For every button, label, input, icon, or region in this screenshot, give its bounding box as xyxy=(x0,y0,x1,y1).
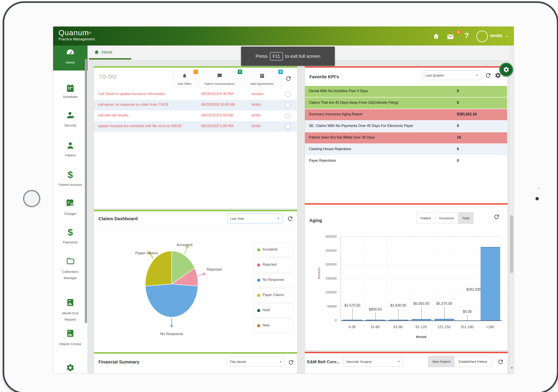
toast-suffix: to exit full screen xyxy=(285,53,321,59)
gear-icon[interactable] xyxy=(53,363,87,373)
aging-tab-total[interactable]: Total xyxy=(458,213,473,223)
em-title: E&M Bell Curv... xyxy=(307,359,343,364)
home-tab-label: Home xyxy=(102,50,112,55)
sidebar: Home Scheduler Security Patient $ Patien… xyxy=(53,45,88,374)
kpi-row[interactable]: Claims That Are 45 Days Away From Uti(Un… xyxy=(305,97,507,109)
sidebar-item-patient[interactable]: Patient xyxy=(53,152,87,158)
legend-dot xyxy=(257,264,260,267)
aging-tab-insurance[interactable]: Insurance xyxy=(435,213,458,223)
legend-item[interactable]: Paper Claims xyxy=(254,288,293,303)
aging-bar-91-120[interactable] xyxy=(412,319,431,320)
legend-dot xyxy=(257,324,260,327)
refresh-icon[interactable] xyxy=(485,72,492,79)
tablet-home-button[interactable] xyxy=(23,190,40,207)
help-icon[interactable]: ? xyxy=(464,31,469,40)
aging-tab-patient[interactable]: Patient xyxy=(417,213,435,223)
dollar-icon[interactable]: $ xyxy=(53,170,87,179)
sidebar-item-report-central[interactable]: Report Central xyxy=(53,341,87,347)
folder-icon[interactable] xyxy=(53,256,87,266)
todo-row[interactable]: call with lab results; 08/23/2019 5:00 A… xyxy=(94,111,297,121)
todo-tab-patient-communications[interactable]: Patient Communications 0 xyxy=(198,71,241,87)
em-specialty-select[interactable]: Vascular Surgery▼ xyxy=(343,356,403,366)
aging-panel: Aging Patient Insurance Total 0500001000… xyxy=(305,203,508,350)
refresh-icon[interactable] xyxy=(288,359,295,366)
kpi-row[interactable]: SE. Claims With No Payments Over 45 Days… xyxy=(305,121,507,132)
brand-name: Quanum xyxy=(59,28,89,37)
legend-dot xyxy=(257,279,260,282)
user-menu-label[interactable]: dmills xyxy=(490,33,502,38)
report-icon[interactable] xyxy=(53,329,87,339)
pie-label-no-response: No Response xyxy=(149,332,194,336)
todo-tab-web-appointments[interactable]: Web Appointments 0 xyxy=(243,71,281,87)
mail-icon[interactable] xyxy=(447,33,454,40)
todo-item-user: dmills xyxy=(252,103,261,107)
legend-item[interactable]: Hold xyxy=(254,303,293,318)
refresh-icon[interactable] xyxy=(493,213,500,221)
scrollbar-thumb[interactable] xyxy=(510,215,513,273)
todo-item-datetime: 08/23/2019 5:00 AM xyxy=(201,113,233,117)
aging-bar-0-30[interactable] xyxy=(343,320,362,320)
aging-bar->180[interactable] xyxy=(480,247,500,320)
calendar-icon[interactable] xyxy=(53,84,87,94)
todo-checkbox[interactable] xyxy=(286,92,290,97)
todo-tab-label: Patient Communications xyxy=(199,82,241,85)
content-scrollbar[interactable]: ▼ xyxy=(509,45,514,374)
sidebar-item-payments[interactable]: Payments xyxy=(53,239,87,245)
kpi-row[interactable]: Denial With No Activities Past 4 Days 0 xyxy=(305,86,507,97)
sidebar-item-home[interactable]: Home xyxy=(53,45,87,70)
legend-item[interactable]: No Response xyxy=(254,273,293,287)
todo-tab-inter-office[interactable]: Inter Office 1 xyxy=(173,71,197,87)
sidebar-item-charges[interactable]: Charges xyxy=(53,211,87,217)
claims-period-select[interactable]: Last Year▼ xyxy=(227,213,283,223)
legend-item[interactable]: New xyxy=(254,319,293,333)
sidebar-item-security[interactable]: Security xyxy=(53,122,87,128)
report-icon[interactable] xyxy=(53,298,87,308)
kpi-row[interactable]: Payer Rejections 0 xyxy=(305,155,507,167)
chevron-down-icon[interactable] xyxy=(505,34,509,39)
aging-bar-61-90[interactable] xyxy=(389,320,408,320)
dollar-icon[interactable]: $ xyxy=(53,228,87,237)
refresh-icon[interactable] xyxy=(497,358,505,366)
caret-down-icon: ▼ xyxy=(476,74,478,77)
legend-item[interactable]: Rejected xyxy=(254,258,293,272)
aging-bar-31-60[interactable] xyxy=(366,320,385,320)
refresh-icon[interactable] xyxy=(285,75,292,82)
kpi-row-label: SE. Claims With No Payments Over 45 Days… xyxy=(309,124,413,128)
em-tab-established-patient[interactable]: Established Patient xyxy=(454,356,491,367)
todo-checkbox[interactable] xyxy=(286,113,290,118)
refresh-icon[interactable] xyxy=(287,215,294,222)
kpi-period-select[interactable]: Last Quarter▼ xyxy=(423,70,481,80)
todo-checkbox[interactable] xyxy=(286,102,290,107)
kpi-row[interactable]: Patient Seen But Not Billed Over 30 Days… xyxy=(305,132,507,144)
kpi-row-label: Patient Seen But Not Billed Over 30 Days xyxy=(309,136,375,139)
kpi-row[interactable]: Summary Insurance Aging Report $181,621.… xyxy=(305,109,507,120)
aging-bar-121-150[interactable] xyxy=(435,319,454,320)
sidebar-item-patient-account[interactable]: Patient Account xyxy=(53,182,87,188)
sidebar-item-collections-manager[interactable]: Collections Manager xyxy=(58,269,83,281)
charges-icon[interactable]: $ xyxy=(53,199,87,208)
user-icon[interactable] xyxy=(53,141,87,151)
todo-row[interactable]: call aetna; no response on claim from 7/… xyxy=(94,100,297,111)
sidebar-scrollbar[interactable] xyxy=(85,59,87,323)
sidebar-item-scheduler[interactable]: Scheduler xyxy=(53,94,87,100)
todo-checkbox[interactable] xyxy=(286,124,290,129)
em-tab-new-patient[interactable]: New Patient xyxy=(428,356,454,367)
pie-label-rejected: Rejected xyxy=(207,267,222,272)
todo-tab-badge: 0 xyxy=(238,70,242,74)
brand-logo: Quanum® Practice Management xyxy=(59,28,95,41)
home-icon[interactable] xyxy=(433,33,440,40)
financial-period-select[interactable]: This Month▼ xyxy=(227,357,285,366)
aging-x-tick: 61-90 xyxy=(387,325,410,329)
avatar[interactable] xyxy=(476,31,488,42)
user-shield-icon[interactable] xyxy=(53,111,87,120)
todo-row[interactable]: update humana fee schedule with file rec… xyxy=(94,121,297,132)
scrollbar-down-arrow[interactable]: ▼ xyxy=(510,366,514,370)
brand-registered-mark: ® xyxy=(89,31,91,34)
sidebar-item-month-end-reports[interactable]: Month End Reports xyxy=(58,310,83,323)
aging-bar-chart[interactable]: $1,570.00$800.00$1,630.00$5,000.00$5,375… xyxy=(340,237,502,321)
dashboard-settings-button[interactable] xyxy=(499,63,513,77)
tab-home[interactable]: Home xyxy=(88,45,133,60)
kpi-row[interactable]: Clearing House Rejections 0 xyxy=(305,144,507,155)
legend-item[interactable]: Accepted xyxy=(254,243,293,257)
todo-row[interactable]: Call David to update insurance informati… xyxy=(94,89,297,100)
